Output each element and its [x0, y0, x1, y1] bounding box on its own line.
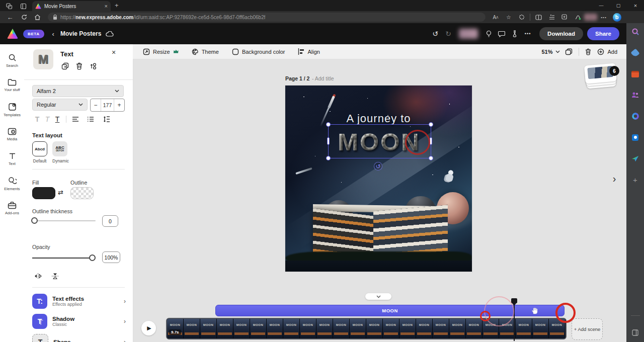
bold-button[interactable]: T — [32, 115, 42, 123]
add-page-button[interactable]: Add — [597, 48, 617, 55]
sidebar-drop-icon[interactable] — [631, 154, 640, 163]
tab-actions-icon[interactable] — [17, 0, 29, 12]
selection-handle-ne[interactable] — [429, 122, 433, 127]
flip-vertical-icon[interactable] — [49, 271, 60, 282]
duplicate-icon[interactable] — [59, 60, 70, 71]
sidebar-panel-icon[interactable] — [631, 328, 640, 337]
filmstrip-frame[interactable]: MOON — [466, 319, 482, 338]
window-maximize-button[interactable]: ▢ — [610, 0, 627, 11]
filmstrip-frame[interactable]: MOON — [532, 319, 549, 338]
align-button[interactable]: Align — [298, 48, 319, 55]
list-button[interactable] — [85, 114, 96, 125]
slider-knob[interactable] — [89, 254, 96, 261]
playhead-handle[interactable] — [511, 298, 517, 303]
sidebar-add-icon[interactable]: + — [631, 175, 640, 184]
url-bar[interactable]: https://new.express.adobe.com/id/urn:aai… — [48, 13, 486, 22]
selection-handle-sw[interactable] — [326, 156, 331, 160]
fill-color-swatch[interactable] — [32, 187, 55, 199]
browser-essentials-icon[interactable] — [571, 12, 584, 23]
rotate-handle[interactable]: ↺ — [374, 162, 382, 170]
filmstrip-frame[interactable]: MOON — [383, 319, 399, 338]
page-title-placeholder[interactable]: - Add title — [312, 75, 334, 81]
sidebar-copilot-icon[interactable] — [631, 112, 640, 121]
align-text-button[interactable] — [70, 114, 81, 125]
filmstrip-frame[interactable]: MOON — [184, 319, 200, 338]
filmstrip-frame[interactable]: MOON — [200, 319, 217, 338]
sidebar-item-templates[interactable]: Templates — [0, 98, 24, 122]
shadow-item[interactable]: T Shadow Classic › — [32, 314, 126, 329]
window-minimize-button[interactable]: — — [593, 0, 610, 11]
sidebar-item-add-ons[interactable]: Add-ons — [0, 196, 24, 220]
sidebar-item-elements[interactable]: Elements — [0, 172, 24, 196]
bing-icon[interactable]: b — [610, 12, 623, 23]
sidebar-shopping-icon[interactable] — [631, 48, 640, 57]
opacity-value[interactable]: 100% — [102, 251, 120, 263]
filmstrip-frame[interactable]: MOON — [233, 319, 250, 338]
sidebar-item-search[interactable]: Search — [0, 48, 24, 72]
filmstrip-frame[interactable]: MOON — [217, 319, 233, 338]
comment-icon[interactable] — [495, 27, 508, 40]
theme-button[interactable]: Theme — [192, 48, 219, 55]
download-button[interactable]: Download — [539, 27, 583, 40]
express-logo[interactable] — [7, 29, 18, 39]
new-tab-button[interactable]: + — [115, 2, 119, 9]
favorite-star-icon[interactable]: ☆ — [502, 12, 515, 23]
timeline-collapse-button[interactable] — [365, 293, 391, 300]
profile-avatar[interactable] — [584, 12, 597, 23]
window-close-button[interactable]: × — [627, 0, 644, 11]
filmstrip-frame[interactable]: MOON — [433, 319, 449, 338]
filmstrip-frame[interactable]: MOON — [316, 319, 333, 338]
selection-handle-w[interactable] — [327, 137, 330, 145]
poster-canvas[interactable]: A journey to MOON ↺ — [285, 86, 472, 272]
slider-knob[interactable] — [31, 217, 38, 224]
shape-item[interactable]: T Shape › — [32, 334, 126, 342]
sidebar-tools-icon[interactable] — [631, 69, 640, 78]
outline-thickness-value[interactable]: 0 — [102, 215, 118, 227]
font-style-select[interactable]: Regular — [32, 99, 88, 111]
add-scene-button[interactable]: + Add scene — [572, 318, 603, 340]
filmstrip-frame[interactable]: MOON — [267, 319, 283, 338]
background-color-button[interactable]: Background color — [232, 48, 285, 55]
redo-icon[interactable]: ↻ — [442, 27, 455, 40]
filmstrip-frame[interactable]: MOON — [167, 319, 184, 338]
outline-color-swatch[interactable] — [70, 187, 94, 199]
font-size-increase-button[interactable]: + — [114, 99, 124, 111]
filmstrip-frame[interactable]: MOON — [300, 319, 316, 338]
workspaces-icon[interactable] — [3, 0, 15, 12]
extension-icon[interactable] — [515, 12, 528, 23]
font-size-decrease-button[interactable]: − — [91, 99, 101, 111]
back-chevron[interactable]: ‹ — [48, 30, 58, 38]
filmstrip-frame[interactable]: MOON — [333, 319, 350, 338]
flip-horizontal-icon[interactable] — [32, 271, 43, 282]
browser-tab[interactable]: Movie Posters × — [32, 1, 111, 11]
collections-icon[interactable] — [558, 12, 571, 23]
undo-icon[interactable]: ↺ — [429, 27, 442, 40]
reorder-icon[interactable] — [88, 60, 99, 71]
back-icon[interactable]: ← — [4, 11, 16, 23]
lightbulb-icon[interactable] — [482, 27, 495, 40]
opacity-slider[interactable] — [32, 258, 96, 259]
filmstrip-frame[interactable]: MOON — [516, 319, 532, 338]
layout-dynamic-option[interactable]: ABC DEFGH Dynamic — [52, 141, 69, 163]
share-button[interactable]: Share — [587, 27, 619, 40]
document-title[interactable]: Movie Posters — [60, 30, 101, 37]
filmstrip-frame[interactable]: MOON — [350, 319, 366, 338]
sidebar-item-media[interactable]: Media — [0, 122, 24, 146]
swap-colors-icon[interactable]: ⇄ — [58, 189, 63, 196]
panel-close-icon[interactable]: × — [112, 48, 116, 56]
filmstrip-frame[interactable]: MOON — [449, 319, 466, 338]
sidebar-item-text[interactable]: Text — [0, 147, 24, 171]
sidebar-item-your-stuff[interactable]: Your stuff — [0, 73, 24, 97]
zoom-control[interactable]: 51% — [541, 49, 560, 55]
sidebar-people-icon[interactable] — [631, 91, 640, 100]
line-spacing-button[interactable] — [101, 114, 112, 125]
delete-icon[interactable] — [73, 60, 85, 71]
delete-page-button[interactable] — [585, 48, 591, 55]
selection-handle-se[interactable] — [429, 156, 433, 160]
text-effects-item[interactable]: T: Text effects Effects applied › — [32, 294, 126, 309]
font-family-select[interactable]: Alfarn 2 — [32, 85, 124, 97]
font-size-value[interactable]: 177 — [101, 99, 114, 111]
filmstrip-frame[interactable]: MOON — [250, 319, 267, 338]
filmstrip-frame[interactable]: MOON — [283, 319, 300, 338]
cloud-sync-icon[interactable] — [103, 27, 116, 40]
